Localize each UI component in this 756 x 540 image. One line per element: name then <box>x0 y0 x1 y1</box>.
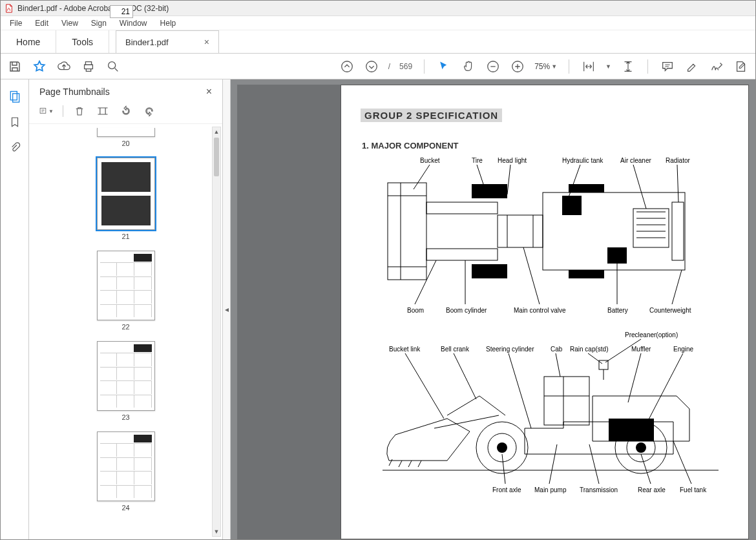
page-up-icon[interactable] <box>339 59 355 74</box>
svg-line-63 <box>605 339 641 362</box>
thumbnail-page-22[interactable]: 22 <box>97 251 155 331</box>
page-separator: / <box>388 62 390 71</box>
zoom-dropdown[interactable]: 75% ▼ <box>534 62 557 71</box>
svg-line-68 <box>589 444 599 484</box>
thumbnail-page-23[interactable]: 23 <box>97 341 155 421</box>
attachments-panel-icon[interactable] <box>7 140 23 156</box>
menu-window[interactable]: Window <box>113 17 154 29</box>
thumb-label-20: 20 <box>97 140 155 147</box>
svg-point-1 <box>342 61 353 72</box>
tab-tools[interactable]: Tools <box>56 30 109 53</box>
svg-rect-16 <box>498 215 543 247</box>
svg-line-61 <box>556 353 560 377</box>
menu-bar: File Edit View Sign Window Help <box>1 16 755 30</box>
svg-rect-21 <box>569 270 604 278</box>
svg-point-45 <box>497 442 507 453</box>
save-icon[interactable] <box>7 59 23 74</box>
tab-document[interactable]: Binder1.pdf × <box>116 30 219 53</box>
svg-line-69 <box>641 454 651 484</box>
scroll-mode-icon[interactable] <box>620 59 636 74</box>
chevron-down-icon: ▼ <box>551 63 557 70</box>
svg-rect-52 <box>544 377 589 425</box>
selection-tool-icon[interactable] <box>436 59 452 74</box>
tab-home[interactable]: Home <box>1 30 56 53</box>
thumbnail-page-20[interactable]: 20 <box>97 128 155 147</box>
menu-edit[interactable]: Edit <box>28 17 55 29</box>
svg-rect-6 <box>12 94 19 102</box>
svg-line-39 <box>523 247 540 304</box>
menu-sign[interactable]: Sign <box>85 17 113 29</box>
thumbnail-page-21[interactable]: 21 <box>97 158 155 240</box>
pdf-page: GROUP 2 SPECIFICATION 1. MAJOR COMPONENT… <box>341 85 749 539</box>
menu-help[interactable]: Help <box>154 17 183 29</box>
sign-icon[interactable] <box>709 59 724 74</box>
scroll-up-icon[interactable]: ▲ <box>213 127 220 136</box>
thumbnail-options-icon[interactable]: ▼ <box>39 104 54 118</box>
diagram-side-view: Precleaner(option) Bucket link Bell cran… <box>370 331 744 493</box>
thumbnail-page-24[interactable]: 24 <box>97 431 155 512</box>
page-layout-icon[interactable] <box>96 104 110 118</box>
document-viewport[interactable]: GROUP 2 SPECIFICATION 1. MAJOR COMPONENT… <box>231 79 755 539</box>
window-title: Binder1.pdf - Adobe Acrobat Pro DC (32-b… <box>17 4 169 13</box>
svg-line-70 <box>673 441 691 484</box>
zoom-out-icon[interactable] <box>485 59 501 74</box>
svg-line-49 <box>434 415 499 428</box>
thumbnails-title: Page Thumbnails <box>39 87 110 97</box>
page-down-icon[interactable] <box>364 59 379 74</box>
edit-pdf-icon[interactable] <box>733 59 749 74</box>
rotate-cw-icon[interactable] <box>142 104 156 118</box>
thumb-label-24: 24 <box>97 504 155 512</box>
svg-rect-15 <box>472 264 507 278</box>
svg-rect-24 <box>633 209 669 247</box>
acrobat-icon <box>5 4 14 13</box>
scroll-thumb[interactable] <box>214 138 219 176</box>
svg-line-33 <box>507 165 510 194</box>
svg-line-50 <box>447 396 479 415</box>
svg-rect-22 <box>562 196 582 215</box>
zoom-in-icon[interactable] <box>510 59 525 74</box>
bookmarks-panel-icon[interactable] <box>7 114 23 130</box>
thumb-label-21: 21 <box>97 233 155 240</box>
delete-page-icon[interactable] <box>72 104 87 118</box>
page-number-input[interactable] <box>110 5 133 18</box>
thumb-label-22: 22 <box>97 323 155 331</box>
svg-line-67 <box>549 444 557 484</box>
svg-rect-8 <box>388 183 426 280</box>
tab-strip: Home Tools Binder1.pdf × <box>1 30 755 54</box>
svg-point-2 <box>366 61 377 72</box>
search-icon[interactable] <box>105 59 121 74</box>
thumbnails-panel-icon[interactable] <box>7 88 23 104</box>
tab-close-icon[interactable]: × <box>204 37 209 47</box>
svg-line-41 <box>672 270 682 304</box>
collapse-panel-handle[interactable]: ◂ <box>223 79 231 539</box>
fit-width-icon[interactable] <box>581 59 596 74</box>
cloud-upload-icon[interactable] <box>56 59 72 74</box>
menu-file[interactable]: File <box>3 17 28 29</box>
svg-point-48 <box>636 442 646 453</box>
svg-line-31 <box>414 165 430 189</box>
hand-tool-icon[interactable] <box>461 59 476 74</box>
print-icon[interactable] <box>81 59 96 74</box>
svg-line-65 <box>647 353 683 422</box>
svg-rect-57 <box>609 419 654 441</box>
page-total: 569 <box>399 62 412 71</box>
rotate-ccw-icon[interactable] <box>119 104 133 118</box>
group-title: GROUP 2 SPECIFICATION <box>361 109 502 122</box>
close-panel-icon[interactable]: × <box>206 86 212 98</box>
scroll-down-icon[interactable]: ▼ <box>213 527 220 536</box>
left-rail <box>1 79 29 539</box>
thumbnails-scrollbar[interactable]: ▲ ▼ <box>212 127 221 537</box>
svg-line-62 <box>588 353 602 364</box>
star-icon[interactable] <box>32 59 47 74</box>
menu-view[interactable]: View <box>55 17 85 29</box>
svg-line-59 <box>454 353 476 399</box>
zoom-value: 75% <box>534 62 550 71</box>
svg-rect-23 <box>607 247 627 264</box>
svg-rect-13 <box>426 249 498 260</box>
svg-rect-5 <box>10 92 17 100</box>
svg-rect-14 <box>472 184 507 198</box>
chevron-down-icon[interactable]: ▼ <box>605 63 611 70</box>
thumb-label-23: 23 <box>97 413 155 421</box>
comment-icon[interactable] <box>660 59 675 74</box>
highlight-icon[interactable] <box>684 59 700 74</box>
